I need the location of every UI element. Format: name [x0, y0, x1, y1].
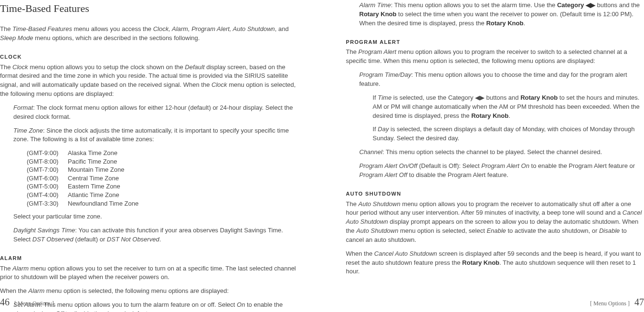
- tz-offset: (GMT-5:00): [27, 182, 65, 191]
- program-alert-onoff-option: Program Alert On/Off (Default is Off): S…: [346, 162, 644, 180]
- text: Rotary Knob: [462, 259, 499, 266]
- text: to disable the alarm clock feature.: [63, 310, 158, 312]
- clock-heading: CLOCK: [0, 53, 298, 61]
- text: , and: [275, 25, 289, 32]
- format-option: Format: The clock format menu option all…: [0, 104, 298, 122]
- text: menu options, which are described in the…: [33, 34, 200, 42]
- text: Clock: [211, 81, 227, 88]
- text: If: [373, 94, 378, 101]
- tz-offset: (GMT-8:00): [27, 157, 65, 166]
- right-page: Alarm Time: This menu option allows you …: [322, 0, 644, 312]
- text: Alarm Time: [359, 1, 391, 9]
- text: : This menu option allows you to turn th…: [41, 301, 237, 308]
- list-item: (GMT-8:00)Pacific Time Zone: [27, 157, 298, 166]
- text: When the: [346, 250, 374, 257]
- timezone-select-note: Select your particular time zone.: [0, 212, 298, 221]
- text: menu option is selected, the following m…: [44, 287, 229, 294]
- tz-offset: (GMT-7:00): [27, 166, 65, 174]
- right-footer: [ Menu Options ] 47: [590, 295, 644, 309]
- text: Category: [557, 1, 586, 9]
- tz-name: Atlantic Time Zone: [68, 191, 119, 199]
- list-item: (GMT-9:00)Alaska Time Zone: [27, 149, 298, 157]
- text: menu allows you access the: [72, 25, 153, 32]
- arrow-icons: ◀▶: [586, 1, 595, 9]
- list-item: (GMT-3:30)Newfoundland Time Zone: [27, 199, 298, 208]
- text: The: [0, 265, 12, 272]
- clock-paragraph: The Clock menu option allows you to setu…: [0, 63, 298, 99]
- program-alert-paragraph: The Program Alert menu option allows you…: [346, 48, 644, 66]
- dst-option: Daylight Savings Time: You can activate …: [0, 226, 298, 244]
- text: Clock, Alarm, Program Alert, Auto Shutdo…: [153, 25, 275, 32]
- text: Disable: [599, 227, 620, 234]
- text: Cancel Auto Shutdown: [374, 250, 437, 257]
- tz-name: Newfoundland Time Zone: [68, 199, 138, 208]
- text: Rotary Knob: [520, 94, 558, 101]
- text: .: [523, 20, 525, 27]
- text: Channel: [359, 148, 382, 156]
- text: : The clock format menu option allows fo…: [13, 104, 293, 120]
- text: : Since the clock adjusts the time autom…: [13, 127, 289, 143]
- program-time-day-option: Program Time/Day: This menu option allow…: [346, 71, 644, 89]
- footer-label: [ Menu Options ]: [14, 300, 54, 308]
- tz-offset: (GMT-9:00): [27, 149, 65, 157]
- tz-name: Central Time Zone: [68, 174, 119, 183]
- text: Time: [378, 94, 391, 101]
- text: to disable the Program Alert feature.: [407, 171, 508, 178]
- alarm-paragraph-2: When the Alarm menu option is selected, …: [0, 287, 298, 296]
- text: If: [373, 125, 378, 133]
- text: Default: [185, 63, 204, 71]
- text: Format: [13, 104, 33, 111]
- text: Program Alert On/Off: [359, 162, 418, 169]
- intro-paragraph: The Time-Based Features menu allows you …: [0, 25, 298, 43]
- program-alert-heading: PROGRAM ALERT: [346, 39, 644, 46]
- alarm-time-option: Alarm Time: This menu option allows you …: [346, 0, 644, 28]
- if-day-option: If Day is selected, the screen displays …: [346, 125, 644, 143]
- alarm-heading: ALARM: [0, 255, 298, 262]
- text: : This menu option allows you to set the…: [391, 1, 557, 9]
- text: is selected, the screen displays a defau…: [373, 125, 635, 142]
- alarm-paragraph-1: The Alarm menu option allows you to set …: [0, 264, 298, 282]
- text: (Default is Off): Select: [417, 162, 481, 169]
- text: Program Time/Day: [359, 71, 412, 78]
- text: Off: [55, 310, 63, 312]
- text: Alarm: [12, 265, 29, 272]
- timezone-option: Time Zone: Since the clock adjusts the t…: [0, 126, 298, 145]
- text: Program Alert: [359, 48, 397, 55]
- left-page: Time-Based Features The Time-Based Featu…: [0, 0, 322, 312]
- text: is selected, use the Category: [391, 94, 475, 101]
- list-item: (GMT-6:00)Central Time Zone: [27, 174, 298, 183]
- tz-offset: (GMT-4:00): [27, 191, 65, 199]
- text: .: [159, 236, 161, 243]
- text: The: [0, 63, 12, 71]
- text: Program Alert Off: [359, 171, 408, 178]
- text: menu option allows you to setup the cloc…: [28, 63, 185, 71]
- tz-name: Eastern Time Zone: [68, 182, 120, 191]
- text: .: [508, 112, 510, 119]
- text: : This menu option selects the channel t…: [382, 148, 602, 156]
- text: Auto Shutdown: [356, 227, 398, 234]
- list-item: (GMT-5:00)Eastern Time Zone: [27, 182, 298, 191]
- tz-name: Pacific Time Zone: [68, 157, 117, 166]
- text: On: [237, 301, 245, 308]
- tz-offset: (GMT-3:30): [27, 199, 65, 208]
- page-number: 47: [634, 295, 644, 309]
- text: Time Zone: [13, 127, 43, 134]
- auto-shutdown-paragraph-1: The Auto Shutdown menu option allows you…: [346, 200, 644, 245]
- text: Rotary Knob: [359, 10, 397, 18]
- footer-label: [ Menu Options ]: [590, 300, 630, 308]
- text: Auto Shutdown: [359, 200, 401, 208]
- tz-name: Mountain Time Zone: [68, 166, 125, 174]
- if-time-option: If Time is selected, use the Category ◀▶…: [346, 94, 644, 121]
- arrow-icons: ◀▶: [475, 94, 485, 101]
- tz-name: Alaska Time Zone: [68, 149, 117, 157]
- text: Rotary Knob: [486, 20, 523, 27]
- text: The: [346, 48, 359, 55]
- text: DST Observed: [32, 236, 74, 243]
- text: Alarm: [28, 287, 44, 294]
- text: Sleep Mode: [0, 34, 33, 42]
- timezone-list: (GMT-9:00)Alaska Time Zone (GMT-8:00)Pac…: [0, 149, 298, 208]
- page-title: Time-Based Features: [0, 0, 298, 16]
- auto-shutdown-paragraph-2: When the Cancel Auto Shutdown screen is …: [346, 250, 644, 277]
- text: When the: [0, 287, 28, 294]
- text: Time-Based Features: [12, 25, 72, 32]
